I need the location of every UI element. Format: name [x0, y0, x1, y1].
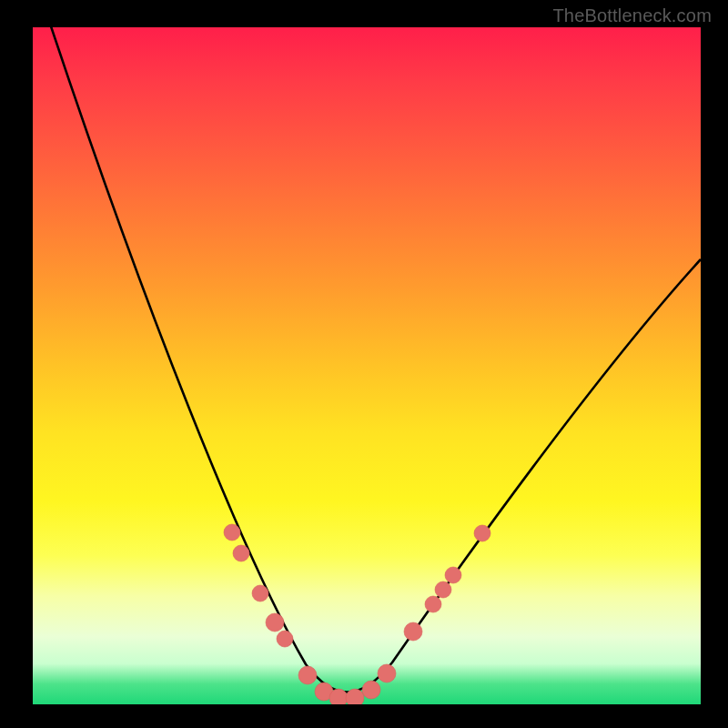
curve-layer	[33, 27, 701, 704]
data-point	[266, 613, 284, 632]
data-point	[362, 681, 380, 699]
plot-area	[33, 27, 701, 704]
data-points-group	[224, 524, 490, 704]
data-point	[298, 666, 317, 684]
bottleneck-curve	[48, 27, 701, 693]
data-point	[404, 622, 422, 641]
data-point	[445, 567, 461, 583]
data-point	[435, 581, 451, 598]
data-point	[224, 524, 240, 541]
data-point	[346, 689, 364, 704]
data-point	[277, 631, 293, 647]
data-point	[378, 664, 396, 682]
watermark-label: TheBottleneck.com	[552, 5, 712, 26]
data-point	[252, 585, 268, 602]
data-point	[474, 525, 490, 541]
data-point	[329, 689, 348, 704]
data-point	[233, 545, 249, 561]
chart-frame: TheBottleneck.com	[0, 0, 728, 728]
data-point	[425, 596, 441, 612]
